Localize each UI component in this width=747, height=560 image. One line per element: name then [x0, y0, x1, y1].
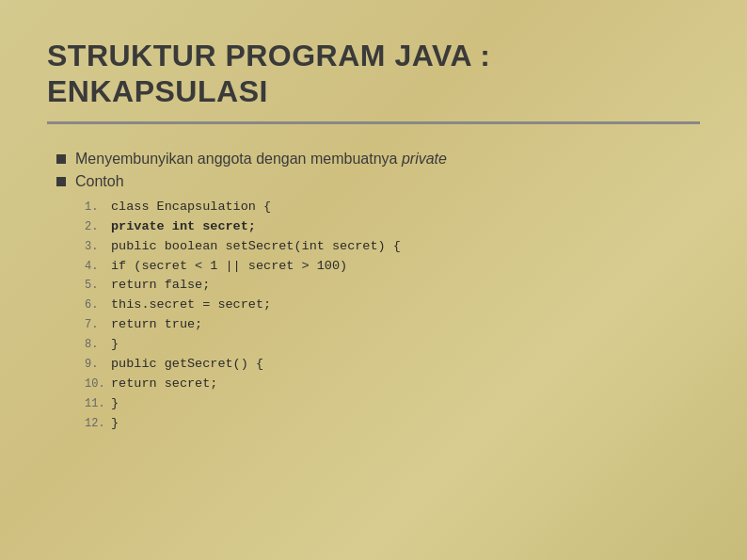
line-number: 3.	[85, 237, 111, 256]
line-text: class Encapsulation {	[111, 198, 271, 217]
line-number: 2.	[85, 217, 111, 236]
line-number: 9.	[85, 355, 111, 374]
line-number: 8.	[85, 335, 111, 354]
bullet-item-2: Contoh	[56, 173, 700, 190]
code-block: 1.class Encapsulation {2. private int se…	[85, 198, 700, 434]
code-line: 1.class Encapsulation {	[85, 198, 700, 217]
line-number: 5.	[85, 276, 111, 295]
line-number: 12.	[85, 414, 111, 433]
line-number: 6.	[85, 296, 111, 314]
line-text: }	[111, 335, 119, 355]
line-text: }	[111, 394, 119, 414]
code-line: 4. if (secret < 1 || secret > 100)	[85, 257, 700, 277]
line-text: public boolean setSecret(int secret) {	[111, 237, 401, 257]
code-line: 2. private int secret;	[85, 217, 700, 237]
code-line: 8. }	[85, 335, 700, 355]
line-number: 10.	[85, 375, 111, 393]
line-text: public getSecret() {	[111, 355, 263, 375]
code-line: 11. }	[85, 394, 700, 414]
slide-title-line2: ENKAPSULASI	[47, 73, 700, 109]
slide-title-line1: STRUKTUR PROGRAM JAVA :	[47, 38, 700, 73]
code-line: 9. public getSecret() {	[85, 355, 700, 375]
line-number: 4.	[85, 257, 111, 276]
line-number: 11.	[85, 394, 111, 413]
bullet-item-1: Menyembunyikan anggota dengan membuatnya…	[56, 151, 700, 168]
code-line: 12.}	[85, 414, 700, 434]
line-text: this.secret = secret;	[111, 296, 271, 315]
bullet-square-1	[56, 154, 66, 164]
line-text: return true;	[111, 315, 202, 335]
code-line: 10. return secret;	[85, 375, 700, 394]
code-line: 3. public boolean setSecret(int secret) …	[85, 237, 700, 257]
bullet-square-2	[56, 177, 66, 186]
line-text: private int secret;	[111, 217, 256, 237]
bullet-text-2: Contoh	[75, 173, 124, 190]
line-text: if (secret < 1 || secret > 100)	[111, 257, 347, 277]
title-area: STRUKTUR PROGRAM JAVA : ENKAPSULASI	[47, 38, 700, 124]
code-line: 5. return false;	[85, 276, 700, 296]
content-area: Menyembunyikan anggota dengan membuatnya…	[47, 151, 700, 434]
slide: STRUKTUR PROGRAM JAVA : ENKAPSULASI Meny…	[0, 0, 747, 560]
code-line: 7. return true;	[85, 315, 700, 335]
line-text: return secret;	[111, 375, 217, 394]
line-text: return false;	[111, 276, 210, 296]
line-text: }	[111, 414, 119, 434]
line-number: 7.	[85, 315, 111, 334]
bullet-text-1: Menyembunyikan anggota dengan membuatnya…	[75, 151, 447, 168]
code-line: 6. this.secret = secret;	[85, 296, 700, 315]
line-number: 1.	[85, 198, 111, 216]
